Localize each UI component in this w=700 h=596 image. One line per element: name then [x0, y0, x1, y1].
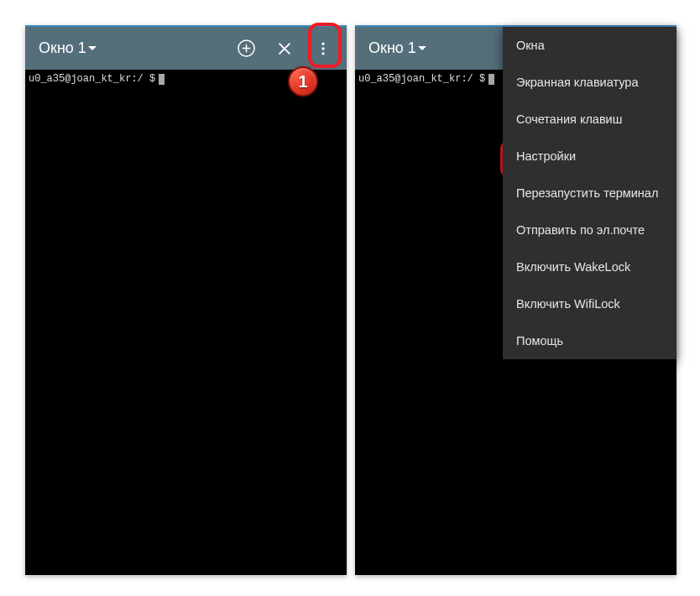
menu-item-restart-terminal[interactable]: Перезапустить терминал: [503, 175, 676, 212]
right-panel: Окно 1 u0_a35@joan_kt_kr:/ $ Окна Экранн…: [355, 25, 676, 575]
menu-item-onscreen-keyboard[interactable]: Экранная клавиатура: [503, 64, 676, 101]
svg-point-6: [321, 47, 324, 50]
prompt-text: u0_a35@joan_kt_kr:/ $: [358, 73, 485, 85]
prompt-text: u0_a35@joan_kt_kr:/ $: [29, 73, 155, 85]
left-panel: Окно 1: [25, 25, 347, 575]
menu-item-settings[interactable]: Настройки: [503, 138, 676, 175]
svg-point-7: [321, 52, 324, 55]
annotation-badge-1: 1: [288, 66, 318, 97]
menu-item-wakelock[interactable]: Включить WakeLock: [503, 248, 676, 285]
window-selector[interactable]: Окно 1: [39, 39, 97, 57]
cursor-icon: [159, 74, 165, 85]
menu-item-help[interactable]: Помощь: [503, 322, 676, 359]
chevron-down-icon: [88, 46, 97, 50]
toolbar-left: Окно 1: [25, 25, 347, 70]
close-icon: [275, 39, 294, 58]
menu-item-shortcuts[interactable]: Сочетания клавиш: [503, 101, 676, 138]
chevron-down-icon: [418, 46, 426, 50]
window-title-text: Окно 1: [368, 39, 416, 57]
close-button[interactable]: [268, 32, 301, 65]
window-selector[interactable]: Окно 1: [368, 39, 426, 57]
plus-circle-icon: [237, 39, 256, 58]
overflow-menu: Окна Экранная клавиатура Сочетания клави…: [503, 27, 676, 359]
menu-item-send-email[interactable]: Отправить по эл.почте: [503, 212, 676, 248]
svg-point-5: [321, 42, 324, 44]
more-vert-icon: [315, 40, 332, 57]
menu-item-windows[interactable]: Окна: [503, 27, 676, 64]
menu-item-wifilock[interactable]: Включить WifiLock: [503, 285, 676, 322]
window-title-text: Окно 1: [39, 39, 86, 57]
add-button[interactable]: [229, 32, 263, 65]
more-button[interactable]: [306, 32, 340, 65]
cursor-icon: [488, 74, 494, 85]
